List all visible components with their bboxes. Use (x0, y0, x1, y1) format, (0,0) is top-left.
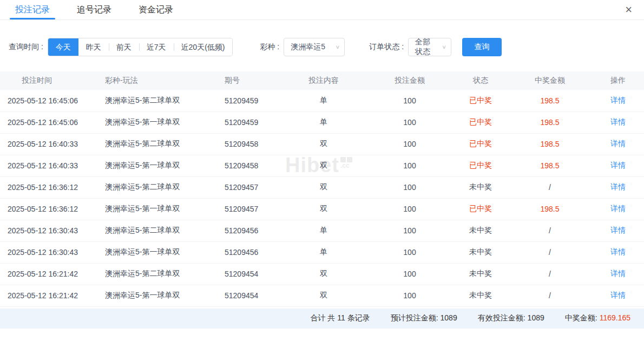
record-count: 合计 共 11 条记录 (310, 313, 370, 323)
win-amount: 中奖金额:1169.165 (565, 313, 630, 323)
cell-status: 未中奖 (454, 241, 508, 263)
cell-status: 未中奖 (454, 176, 508, 198)
cell-content: 单 (281, 241, 366, 263)
cell-status: 已中奖 (454, 155, 508, 176)
cell-amount: 100 (366, 285, 454, 306)
time-range-option[interactable]: 昨天 (78, 38, 109, 56)
tab-bet-records[interactable]: 投注记录 (15, 0, 50, 19)
time-range-option[interactable]: 今天 (48, 38, 78, 56)
tab-fund-records[interactable]: 资金记录 (139, 0, 173, 19)
cell-issue: 51209458 (219, 133, 281, 155)
column-header: 投注金额 (366, 71, 454, 90)
cell-game: 澳洲幸运5-第二球单双 (100, 176, 219, 198)
column-header: 彩种-玩法 (100, 71, 219, 90)
cell-issue: 51209454 (219, 263, 281, 285)
cell-game: 澳洲幸运5-第一球单双 (100, 198, 219, 220)
cell-action: 详情 (592, 133, 644, 155)
detail-link[interactable]: 详情 (610, 96, 626, 104)
cell-amount: 100 (366, 220, 454, 241)
win-amount-value: 1169.165 (600, 313, 630, 322)
expected-bet-amount: 预计投注金额:1089 (391, 313, 457, 323)
table-row: 2025-05-12 16:40:33澳洲幸运5-第二球单双51209458双1… (0, 133, 644, 155)
bet-records-table: 投注时间彩种-玩法期号投注内容投注金额状态中奖金额操作 2025-05-12 1… (0, 71, 644, 307)
lottery-type-select[interactable]: 澳洲幸运5 ∨ (284, 38, 345, 56)
detail-link[interactable]: 详情 (610, 182, 626, 191)
cell-action: 详情 (592, 241, 644, 263)
cell-game: 澳洲幸运5-第二球单双 (100, 90, 219, 112)
table-row: 2025-05-12 16:21:42澳洲幸运5-第二球单双51209454双1… (0, 263, 644, 285)
cell-status: 已中奖 (454, 198, 508, 220)
detail-link[interactable]: 详情 (610, 247, 626, 256)
time-range-option[interactable]: 前天 (109, 38, 139, 56)
cell-amount: 100 (366, 198, 454, 220)
detail-link[interactable]: 详情 (610, 226, 626, 234)
cell-time: 2025-05-12 16:36:12 (0, 198, 100, 220)
cell-content: 双 (281, 155, 366, 176)
tab-chase-records[interactable]: 追号记录 (77, 0, 111, 19)
time-range-group: 今天昨天前天近7天近20天(低频) (48, 38, 233, 56)
order-status-select[interactable]: 全部状态 ∨ (408, 38, 451, 56)
cell-game: 澳洲幸运5-第二球单双 (100, 133, 219, 155)
expected-bet-value: 1089 (441, 313, 457, 322)
cell-amount: 100 (366, 241, 454, 263)
expected-bet-label: 预计投注金额: (391, 313, 438, 322)
cell-issue: 51209456 (219, 241, 281, 263)
cell-issue: 51209457 (219, 198, 281, 220)
column-header: 期号 (219, 71, 281, 90)
cell-prize: / (508, 263, 592, 285)
time-range-option[interactable]: 近20天(低频) (174, 38, 233, 56)
cell-content: 双 (281, 198, 366, 220)
cell-time: 2025-05-12 16:30:43 (0, 220, 100, 241)
cell-game: 澳洲幸运5-第二球单双 (100, 220, 219, 241)
cell-amount: 100 (366, 133, 454, 155)
tabs-bar: 投注记录 追号记录 资金记录 × (0, 0, 644, 20)
cell-action: 详情 (592, 263, 644, 285)
cell-amount: 100 (366, 112, 454, 133)
win-amount-label: 中奖金额: (565, 313, 597, 322)
detail-link[interactable]: 详情 (610, 204, 626, 213)
lottery-type-label: 彩种 : (260, 42, 279, 52)
filter-bar: 查询时间 : 今天昨天前天近7天近20天(低频) 彩种 : 澳洲幸运5 ∨ 订单… (0, 38, 644, 56)
detail-link[interactable]: 详情 (610, 269, 626, 278)
cell-content: 单 (281, 220, 366, 241)
cell-prize: / (508, 220, 592, 241)
column-header: 投注时间 (0, 71, 100, 90)
cell-status: 未中奖 (454, 263, 508, 285)
detail-link[interactable]: 详情 (610, 117, 626, 126)
chevron-down-icon: ∨ (442, 44, 446, 50)
cell-prize: 198.5 (508, 112, 592, 133)
cell-status: 已中奖 (454, 90, 508, 112)
detail-link[interactable]: 详情 (610, 291, 626, 299)
cell-issue: 51209456 (219, 220, 281, 241)
cell-time: 2025-05-12 16:45:06 (0, 112, 100, 133)
time-range-option[interactable]: 近7天 (139, 38, 174, 56)
cell-prize: / (508, 176, 592, 198)
cell-amount: 100 (366, 176, 454, 198)
cell-amount: 100 (366, 155, 454, 176)
column-header: 状态 (454, 71, 508, 90)
cell-time: 2025-05-12 16:21:42 (0, 263, 100, 285)
close-icon[interactable]: × (622, 2, 635, 17)
cell-prize: 198.5 (508, 90, 592, 112)
cell-status: 未中奖 (454, 220, 508, 241)
cell-content: 单 (281, 90, 366, 112)
order-status-label: 订单状态 : (369, 42, 404, 52)
detail-link[interactable]: 详情 (610, 139, 626, 148)
table-row: 2025-05-12 16:45:06澳洲幸运5-第二球单双51209459单1… (0, 90, 644, 112)
cell-action: 详情 (592, 176, 644, 198)
table-row: 2025-05-12 16:36:12澳洲幸运5-第二球单双51209457双1… (0, 176, 644, 198)
order-status-value: 全部状态 (415, 37, 436, 57)
search-button[interactable]: 查询 (462, 38, 502, 56)
cell-time: 2025-05-12 16:45:06 (0, 90, 100, 112)
table-row: 2025-05-12 16:21:42澳洲幸运5-第一球单双51209454双1… (0, 285, 644, 306)
cell-game: 澳洲幸运5-第一球单双 (100, 155, 219, 176)
cell-amount: 100 (366, 90, 454, 112)
chevron-down-icon: ∨ (335, 44, 340, 50)
table-header-row: 投注时间彩种-玩法期号投注内容投注金额状态中奖金额操作 (0, 71, 644, 90)
cell-content: 双 (281, 263, 366, 285)
cell-time: 2025-05-12 16:21:42 (0, 285, 100, 306)
cell-issue: 51209459 (219, 90, 281, 112)
cell-time: 2025-05-12 16:40:33 (0, 155, 100, 176)
lottery-type-value: 澳洲幸运5 (291, 42, 325, 52)
detail-link[interactable]: 详情 (610, 161, 626, 169)
